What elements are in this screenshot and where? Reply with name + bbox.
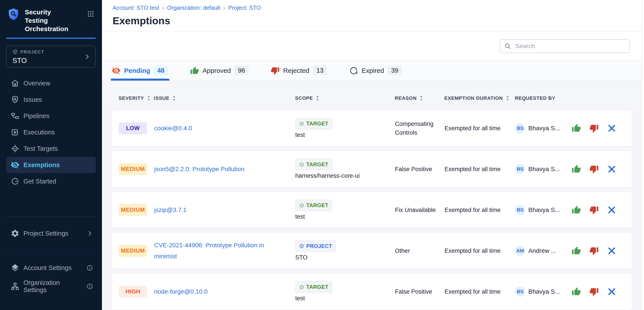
target-icon bbox=[299, 203, 304, 208]
info-icon[interactable] bbox=[86, 265, 93, 271]
reject-button[interactable] bbox=[590, 287, 599, 296]
column-header-issue[interactable]: ISSUE bbox=[154, 95, 295, 101]
info-icon[interactable] bbox=[86, 283, 93, 290]
duration-cell: Exempted for all time bbox=[444, 246, 515, 255]
reject-button[interactable] bbox=[590, 124, 599, 133]
scope-badge: PROJECT bbox=[295, 240, 336, 252]
tab-expired[interactable]: Expired 39 bbox=[349, 60, 402, 81]
target-icon bbox=[10, 144, 20, 153]
breadcrumb-organization[interactable]: Organization: default bbox=[167, 4, 220, 11]
requester-avatar: AM bbox=[515, 246, 525, 256]
sidebar-item-label: Executions bbox=[24, 129, 55, 136]
cancel-button[interactable] bbox=[607, 124, 616, 133]
cancel-button[interactable] bbox=[607, 246, 616, 256]
target-icon bbox=[299, 121, 304, 126]
sidebar-item-test-targets[interactable]: Test Targets bbox=[6, 141, 96, 157]
thumbs-down-icon bbox=[590, 124, 599, 133]
scope-type-label: PROJECT bbox=[306, 243, 332, 249]
approve-button[interactable] bbox=[572, 246, 581, 256]
sidebar-item-label: Organization Settings bbox=[24, 279, 82, 294]
tab-pending[interactable]: Pending 48 bbox=[112, 60, 168, 81]
sidebar-item-label: Exemptions bbox=[24, 161, 60, 169]
tab-count-badge: 13 bbox=[313, 66, 327, 75]
column-header-reason[interactable]: REASON bbox=[395, 95, 444, 101]
issue-cell: jszip@3.7.1 bbox=[154, 204, 295, 215]
approve-button[interactable] bbox=[572, 164, 581, 174]
sidebar-item-organization-settings[interactable]: Organization Settings bbox=[6, 278, 96, 295]
sidebar-item-exemptions[interactable]: Exemptions bbox=[6, 157, 96, 173]
thumbs-down-icon bbox=[590, 205, 599, 215]
scope-type-label: TARGET bbox=[306, 284, 328, 290]
sidebar-item-pipelines[interactable]: Pipelines bbox=[6, 108, 96, 124]
project-selector[interactable]: PROJECT STO bbox=[6, 45, 96, 68]
cancel-button[interactable] bbox=[607, 164, 616, 174]
requester-avatar: BS bbox=[515, 164, 525, 174]
issue-cell: json5@2.2.0: Prototype Pollution bbox=[154, 164, 295, 175]
home-icon bbox=[10, 79, 20, 88]
reject-button[interactable] bbox=[590, 205, 599, 215]
breadcrumb-separator: › bbox=[223, 5, 225, 11]
issue-cell: CVE-2021-44906: Prototype Pollution in m… bbox=[154, 240, 295, 262]
sidebar-item-overview[interactable]: Overview bbox=[6, 75, 96, 91]
scope-cell: PROJECT STO bbox=[295, 240, 395, 261]
exemptions-table-body: LOW cookie@0.4.0 TARGET test Compensatin… bbox=[102, 110, 644, 310]
issue-cell: cookie@0.4.0 bbox=[154, 123, 295, 134]
table-header-row: SEVERITY ISSUE SCOPE REASON EXEMPTION DU… bbox=[112, 92, 632, 105]
column-label: SEVERITY bbox=[118, 95, 144, 101]
column-header-scope[interactable]: SCOPE bbox=[295, 95, 395, 101]
requester-avatar: BS bbox=[515, 287, 525, 297]
chevron-right-icon bbox=[84, 53, 90, 60]
issue-link[interactable]: CVE-2021-44906: Prototype Pollution in m… bbox=[154, 242, 264, 260]
shield-search-icon bbox=[10, 95, 20, 104]
sort-icon bbox=[419, 95, 424, 101]
thumbs-up-icon bbox=[572, 246, 581, 256]
cancel-button[interactable] bbox=[607, 205, 616, 215]
severity-badge: LOW bbox=[119, 122, 147, 134]
table-row: HIGH node-forge@0.10.0 TARGET test False… bbox=[112, 273, 632, 310]
tab-approved[interactable]: Approved 96 bbox=[190, 60, 249, 81]
thumbs-up-icon bbox=[572, 124, 581, 133]
approve-button[interactable] bbox=[572, 205, 581, 215]
approve-button[interactable] bbox=[572, 287, 581, 296]
project-selector-value: STO bbox=[12, 56, 91, 65]
thumbs-down-icon bbox=[590, 164, 599, 174]
toolbar bbox=[102, 32, 644, 60]
sidebar-item-project-settings[interactable]: Project Settings bbox=[6, 225, 96, 242]
project-selector-label-row: PROJECT bbox=[12, 49, 91, 55]
issue-link[interactable]: json5@2.2.0: Prototype Pollution bbox=[154, 165, 257, 172]
approve-button[interactable] bbox=[572, 124, 581, 133]
tab-rejected[interactable]: Rejected 13 bbox=[271, 60, 327, 81]
issue-link[interactable]: jszip@3.7.1 bbox=[154, 206, 199, 213]
breadcrumb-project[interactable]: Project: STO bbox=[228, 4, 261, 11]
issue-cell: node-forge@0.10.0 bbox=[154, 286, 295, 297]
tab-label: Approved bbox=[202, 67, 231, 74]
scrollbar-track[interactable] bbox=[642, 0, 644, 310]
sidebar-item-executions[interactable]: Executions bbox=[6, 124, 96, 141]
exemptions-table: SEVERITY ISSUE SCOPE REASON EXEMPTION DU… bbox=[102, 81, 644, 310]
target-icon bbox=[299, 284, 304, 290]
breadcrumb: Account: STO test › Organization: defaul… bbox=[112, 4, 644, 11]
thumbs-down-icon bbox=[271, 66, 280, 75]
reject-button[interactable] bbox=[590, 246, 599, 256]
reject-button[interactable] bbox=[590, 164, 599, 174]
issue-link[interactable]: cookie@0.4.0 bbox=[154, 125, 204, 132]
app-launcher-grid-icon[interactable] bbox=[87, 10, 94, 18]
search-input[interactable] bbox=[515, 42, 626, 50]
executions-icon bbox=[10, 128, 20, 137]
severity-cell: HIGH bbox=[119, 286, 154, 298]
breadcrumb-account[interactable]: Account: STO test bbox=[112, 4, 159, 11]
sidebar-item-account-settings[interactable]: Account Settings bbox=[6, 259, 96, 277]
sidebar-item-issues[interactable]: Issues bbox=[6, 91, 96, 108]
requested-by-cell: AM Andrew ... bbox=[515, 246, 572, 256]
column-header-exemption-duration[interactable]: EXEMPTION DURATION bbox=[444, 95, 515, 101]
sidebar-item-get-started[interactable]: Get Started bbox=[6, 173, 96, 189]
sort-icon bbox=[172, 95, 176, 101]
scope-type-label: TARGET bbox=[306, 121, 328, 127]
issue-link[interactable]: node-forge@0.10.0 bbox=[154, 288, 220, 295]
sidebar-nav: Overview Issues Pipelines bbox=[0, 75, 102, 189]
column-label: REQUESTED BY bbox=[515, 95, 555, 101]
severity-cell: MEDIUM bbox=[119, 204, 154, 216]
cancel-button[interactable] bbox=[607, 287, 616, 296]
page-title: Exemptions bbox=[112, 15, 644, 27]
column-header-severity[interactable]: SEVERITY bbox=[118, 95, 154, 101]
